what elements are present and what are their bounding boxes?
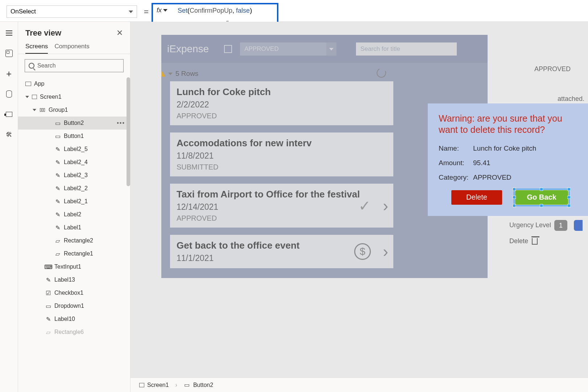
formula-keyword: Set xyxy=(178,7,187,14)
tree-node-screen1[interactable]: Screen1 xyxy=(18,90,130,103)
tree-node-button2[interactable]: ▭Button2••• xyxy=(18,117,130,130)
list-item[interactable]: Get back to the office event 11/1/2021 $… xyxy=(170,235,393,268)
more-icon[interactable]: ••• xyxy=(117,120,125,126)
insert-icon[interactable]: + xyxy=(5,70,13,78)
check-icon: ✓ xyxy=(359,197,371,214)
tree-label: Label13 xyxy=(54,277,75,283)
tree-node-app[interactable]: App xyxy=(18,77,130,90)
tree-node-textinput1[interactable]: ⌨TextInput1 xyxy=(18,260,130,273)
formula-text[interactable]: Set(ConfirmPopUp, false) xyxy=(178,7,252,15)
tree-view-icon[interactable] xyxy=(5,49,13,57)
screen-icon xyxy=(32,95,37,99)
tools-icon[interactable]: 🛠 xyxy=(5,131,13,139)
tree-label: Button2 xyxy=(64,120,84,126)
tree-label: TextInput1 xyxy=(54,264,81,270)
list-item[interactable]: Taxi from Airport to Office for the fest… xyxy=(170,184,393,228)
detail-attached: attached. xyxy=(558,95,584,103)
scrollbar-thumb[interactable] xyxy=(127,77,130,186)
screen-icon xyxy=(139,383,144,387)
property-selector-value: OnSelect xyxy=(11,8,36,15)
tree-node-dropdown1[interactable]: ▭Dropdown1 xyxy=(18,299,130,313)
tree-node-label2-3[interactable]: ✎Label2_3 xyxy=(18,169,130,182)
caret-icon xyxy=(25,96,29,98)
tree-node-label2-1[interactable]: ✎Label2_1 xyxy=(18,195,130,208)
rows-header: 5 Rows xyxy=(161,70,198,78)
checkbox-icon: ☑ xyxy=(45,290,51,295)
card-status: APPROVED xyxy=(177,214,387,222)
list-item[interactable]: Lunch for Coke pitch 2/2/2022 APPROVED xyxy=(170,81,393,125)
tree-label: Label2_3 xyxy=(64,172,88,179)
rectangle-icon: ▱ xyxy=(54,238,61,243)
urgency-label: Urgency Level xyxy=(509,221,551,229)
tree-label: Rectangle2 xyxy=(64,237,93,244)
popup-name-key: Name: xyxy=(439,144,473,152)
canvas[interactable]: iExpense APPROVED Search for title 5 Row… xyxy=(131,22,588,377)
urgency-pill-2[interactable] xyxy=(574,220,583,231)
tree-node-checkbox1[interactable]: ☑Checkbox1 xyxy=(18,286,130,299)
caret-icon xyxy=(33,109,36,111)
detail-status: APPROVED xyxy=(534,65,571,73)
tree-label: Screen1 xyxy=(40,94,62,100)
formula-paren: ) xyxy=(250,7,252,14)
tree-label: Rectangle6 xyxy=(54,329,84,335)
tree-label: Label2_4 xyxy=(64,159,88,166)
tab-components[interactable]: Components xyxy=(54,43,89,54)
tree-node-label10[interactable]: ✎Label10 xyxy=(18,313,130,326)
formula-bool: false xyxy=(236,7,250,14)
chevron-down-icon xyxy=(168,73,173,75)
popup-name-value: Lunch for Coke pitch xyxy=(473,144,536,152)
tree-node-label13[interactable]: ✎Label13 xyxy=(18,273,130,286)
tree-node-rectangle2[interactable]: ▱Rectangle2 xyxy=(18,234,130,247)
chevron-right-icon[interactable]: › xyxy=(383,197,388,215)
hamburger-icon[interactable] xyxy=(5,29,13,37)
tree-search-input[interactable]: Search xyxy=(25,59,124,72)
tree-node-button1[interactable]: ▭Button1 xyxy=(18,130,130,143)
tree-label: Label10 xyxy=(54,316,75,322)
tree-label: Group1 xyxy=(49,107,68,113)
delete-button[interactable]: Delete xyxy=(451,190,502,205)
tree-label: Label1 xyxy=(64,224,81,231)
breadcrumb-button2[interactable]: ▭Button2 xyxy=(179,380,218,391)
button-icon: ▭ xyxy=(184,383,190,388)
search-icon xyxy=(29,63,34,69)
tree-tabs: Screens Components xyxy=(18,40,130,54)
tree-node-rectangle1[interactable]: ▱Rectangle1 xyxy=(18,247,130,260)
tree-label: App xyxy=(34,81,44,87)
tree-label: Label2 xyxy=(64,211,81,218)
close-icon[interactable]: ✕ xyxy=(116,28,123,38)
popup-category-key: Category: xyxy=(439,173,473,181)
property-selector[interactable]: OnSelect xyxy=(7,5,137,18)
chevron-down-icon xyxy=(129,11,133,13)
dropdown-icon: ▭ xyxy=(45,303,51,309)
delete-row[interactable]: Delete xyxy=(509,237,538,245)
data-icon[interactable] xyxy=(5,90,13,98)
dollar-icon: $ xyxy=(354,243,371,260)
group-icon xyxy=(39,107,46,113)
breadcrumb-label: Button2 xyxy=(193,382,213,388)
tree-node-label2-4[interactable]: ✎Label2_4 xyxy=(18,156,130,169)
chevron-down-icon xyxy=(163,9,167,12)
warning-icon xyxy=(161,71,165,77)
card-status: SUBMITTED xyxy=(177,163,387,171)
list-item[interactable]: Accomodations for new interv 11/8/2021 S… xyxy=(170,132,393,176)
breadcrumb-screen1[interactable]: Screen1 xyxy=(134,380,174,391)
tree-node-label2-2[interactable]: ✎Label2_2 xyxy=(18,182,130,195)
tree-node-label2-5[interactable]: ✎Label2_5 xyxy=(18,143,130,156)
tree-label: Label2_5 xyxy=(64,146,88,152)
urgency-pill-1[interactable]: 1 xyxy=(554,220,567,231)
tab-screens[interactable]: Screens xyxy=(25,43,48,54)
chevron-right-icon[interactable]: › xyxy=(383,242,388,261)
tree-node-label1[interactable]: ✎Label1 xyxy=(18,221,130,234)
tree-node-group1[interactable]: Group1 xyxy=(18,103,130,117)
label-icon: ✎ xyxy=(45,317,51,322)
tree-node-label2[interactable]: ✎Label2 xyxy=(18,208,130,221)
expense-list: Lunch for Coke pitch 2/2/2022 APPROVED A… xyxy=(170,81,393,274)
delete-label: Delete xyxy=(509,237,528,245)
breadcrumb-tabs: Screen1 › ▭Button2 xyxy=(131,377,588,392)
fx-button[interactable]: fx xyxy=(157,7,167,14)
media-icon[interactable] xyxy=(5,110,13,118)
fx-label: fx xyxy=(157,7,162,14)
tree-node-rectangle6[interactable]: ▱Rectangle6 xyxy=(18,326,130,339)
go-back-button[interactable]: Go Back xyxy=(515,190,568,205)
textinput-icon: ⌨ xyxy=(45,264,51,269)
